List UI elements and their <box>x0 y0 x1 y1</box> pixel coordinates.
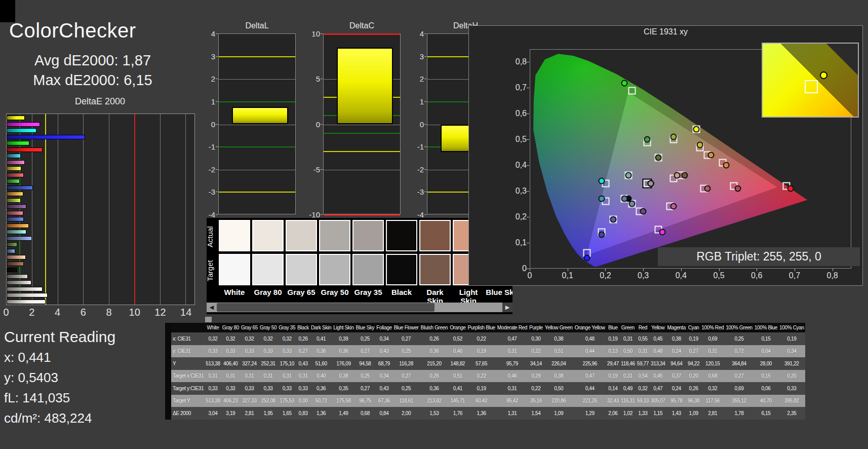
cie-y-tick-mark <box>527 165 529 166</box>
cie-measured-point-orange-yellow <box>708 152 715 158</box>
table-cell: 0,27 <box>296 345 310 358</box>
table-col-header-100-green[interactable]: 100% Green <box>725 323 754 332</box>
table-col-header-100-cyan[interactable]: 100% Cyan <box>778 323 805 332</box>
table-cell: 0,33 <box>778 382 805 395</box>
table-row-label: Target x:CIE31 <box>171 370 205 383</box>
swatch-actual-gray-35[interactable] <box>352 220 384 251</box>
swatch-label-gray-35: Gray 35 <box>351 288 385 296</box>
swatch-target-gray-50[interactable] <box>319 254 350 285</box>
table-col-header-black[interactable]: Black <box>296 323 310 332</box>
delta-chart-tick-mark <box>216 192 218 192</box>
table-col-header-gray-65[interactable]: Gray 65 <box>240 323 259 332</box>
table-cell: 0,33 <box>278 382 296 395</box>
table-col-header-purplish-blue[interactable]: Purplish Blue <box>466 323 496 332</box>
swatch-actual-gray-65[interactable] <box>286 220 317 251</box>
table-scroll-corner[interactable] <box>205 317 212 322</box>
swatch-scrollbar-thumb[interactable] <box>217 303 435 312</box>
swatch-actual-dark-skin[interactable] <box>419 220 451 251</box>
delta-chart-tick: -1 <box>197 142 215 151</box>
table-col-header-magenta[interactable]: Magenta <box>666 323 687 332</box>
table-col-header-gray-35[interactable]: Gray 35 <box>278 323 296 332</box>
scroll-left-arrow-icon[interactable]: ◀ <box>207 303 217 312</box>
delta-chart-tick-mark <box>424 79 426 79</box>
cie-x-tick-mark <box>568 269 568 271</box>
table-cell: 32,43 <box>606 395 620 407</box>
swatch-label-black: Black <box>385 288 418 296</box>
deltae-axis-tick: 8 <box>106 307 111 318</box>
table-cell: 94,64 <box>666 357 687 370</box>
swatch-scrollbar[interactable]: ◀ ▶ <box>207 303 512 312</box>
table-col-header-100-blue[interactable]: 100% Blue <box>754 323 778 332</box>
swatch-target-white[interactable] <box>219 254 250 285</box>
table-cell: 1,78 <box>725 407 754 420</box>
cie-x-tick-mark <box>530 269 530 271</box>
scroll-right-arrow-icon[interactable]: ▶ <box>502 303 512 312</box>
deltae-limit-line-yellow <box>45 114 46 305</box>
measurement-table: WhiteGray 80Gray 65Gray 50Gray 35BlackDa… <box>171 323 805 420</box>
table-col-header-orange-yellow[interactable]: Orange Yellow <box>574 323 606 332</box>
cie-x-tick: 0,1 <box>562 271 573 280</box>
table-cell: 94,22 <box>687 357 700 370</box>
table-cell: 94,58 <box>355 357 376 370</box>
table-cell: 0,32 <box>278 332 296 345</box>
swatch-actual-white[interactable] <box>219 220 250 251</box>
table-cell: 1,29 <box>574 407 606 420</box>
table-cell: 0,32 <box>205 332 221 345</box>
deltae2000-chart-title: DeltaE 2000 <box>5 96 195 107</box>
table-cell: 0,68 <box>355 407 376 420</box>
table-cell: 0,27 <box>393 332 420 345</box>
table-cell: 0,22 <box>528 345 544 358</box>
deltae-axis-tick: 6 <box>81 307 86 318</box>
table-cell: 0,31 <box>259 370 278 383</box>
table-cell: 221,26 <box>574 395 606 407</box>
swatch-target-gray-80[interactable] <box>252 254 284 285</box>
table-cell: 117,56 <box>700 395 725 407</box>
swatch-target-gray-35[interactable] <box>352 254 384 285</box>
table-col-header-cyan[interactable]: Cyan <box>687 323 700 332</box>
table-col-header-gray-50[interactable]: Gray 50 <box>259 323 278 332</box>
deltae-bar-black <box>7 268 17 272</box>
table-col-header-light-skin[interactable]: Light Skin <box>332 323 354 332</box>
table-cell: 6,15 <box>754 407 778 420</box>
current-reading-cdm2: cd/m²: 483,224 <box>4 410 92 426</box>
cie-y-tick-mark <box>527 88 529 88</box>
table-col-header-bluish-green[interactable]: Bluish Green <box>420 323 449 332</box>
table-cell: 0,33 <box>240 345 259 358</box>
deltae-bar-foliage <box>7 242 17 247</box>
table-col-header-purple[interactable]: Purple <box>528 323 544 332</box>
table-col-header-yellow[interactable]: Yellow <box>650 323 666 332</box>
table-cell: 252,31 <box>259 357 278 370</box>
table-col-header-blue-flower[interactable]: Blue Flower <box>393 323 420 332</box>
table-col-header-foliage[interactable]: Foliage <box>375 323 392 332</box>
swatch-actual-black[interactable] <box>386 220 417 251</box>
table-col-header-white[interactable]: White <box>205 323 221 332</box>
table-cell: 0,31 <box>296 370 310 383</box>
table-col-header-yellow-green[interactable]: Yellow Green <box>544 323 574 332</box>
swatch-target-black[interactable] <box>386 254 417 285</box>
table-cell: 0,84 <box>375 407 392 420</box>
swatch-actual-gray-80[interactable] <box>252 220 284 251</box>
swatch-target-dark-skin[interactable] <box>419 254 451 285</box>
table-col-header-gray-80[interactable]: Gray 80 <box>221 323 240 332</box>
table-col-header-green[interactable]: Green <box>620 323 636 332</box>
table-cell: 0,33 <box>259 382 278 395</box>
swatch-target-gray-65[interactable] <box>286 254 317 285</box>
cie-target-square-100-green <box>628 87 636 95</box>
table-col-header-dark-skin[interactable]: Dark Skin <box>310 323 332 332</box>
delta-chart-line <box>219 146 295 147</box>
table-cell: 0,31 <box>278 370 296 383</box>
table-cell: 145,71 <box>449 395 466 407</box>
swatch-actual-gray-50[interactable] <box>319 220 350 251</box>
table-col-header-blue[interactable]: Blue <box>606 323 620 332</box>
table-col-header-orange[interactable]: Orange <box>449 323 466 332</box>
cie-x-tick: 0 <box>528 271 532 280</box>
table-cell: 0,27 <box>393 370 420 383</box>
table-col-header-100-red[interactable]: 100% Red <box>700 323 725 332</box>
table-cell: 0,31 <box>700 345 725 358</box>
table-cell: 0,26 <box>296 332 310 345</box>
table-col-header-red[interactable]: Red <box>636 323 650 332</box>
table-cell: 395,82 <box>778 395 805 407</box>
table-col-header-moderate-red[interactable]: Moderate Red <box>496 323 528 332</box>
table-cell: 0,19 <box>606 370 620 383</box>
table-col-header-blue-sky[interactable]: Blue Sky <box>355 323 376 332</box>
